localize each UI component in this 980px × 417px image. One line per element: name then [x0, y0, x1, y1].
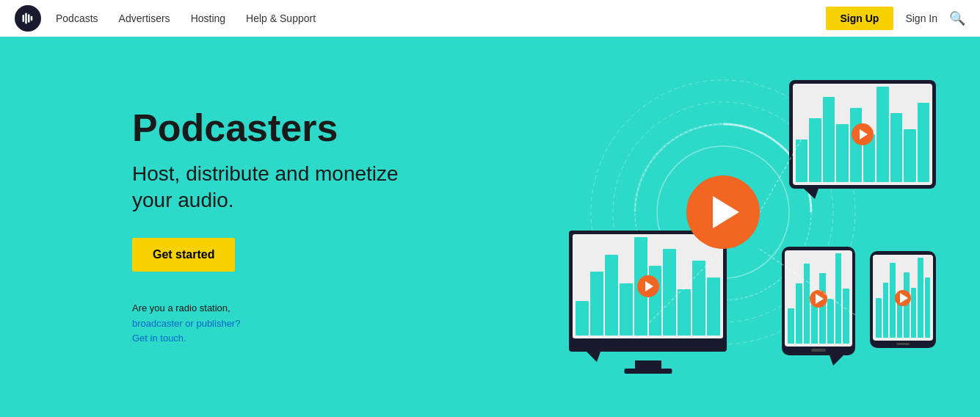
device-phone-small	[782, 247, 855, 355]
search-icon: 🔍	[949, 10, 965, 26]
nav-hosting[interactable]: Hosting	[191, 12, 225, 24]
central-play-button	[686, 175, 760, 249]
hero-text: Podcasters Host, distribute and monetize…	[132, 107, 440, 347]
get-in-touch-link[interactable]: Get in touch.	[132, 333, 186, 344]
device-monitor	[569, 231, 727, 352]
hero-title: Podcasters	[132, 107, 440, 149]
nav-advertisers[interactable]: Advertisers	[119, 12, 170, 24]
svg-rect-3	[31, 16, 33, 21]
get-started-button[interactable]: Get started	[132, 238, 235, 272]
device-phone-xs	[870, 251, 936, 348]
broadcaster-link[interactable]: broadcaster or publisher?	[132, 318, 240, 329]
hero-footer: Are you a radio station, broadcaster or …	[132, 301, 440, 347]
navbar: Podcasts Advertisers Hosting Help & Supp…	[0, 0, 980, 37]
device-tablet	[789, 80, 936, 189]
signup-button[interactable]: Sign Up	[826, 7, 894, 30]
hero-section: Podcasters Host, distribute and monetize…	[0, 37, 980, 417]
nav-help-support[interactable]: Help & Support	[246, 12, 316, 24]
search-button[interactable]: 🔍	[949, 10, 965, 26]
nav-right: Sign Up Sign In 🔍	[826, 7, 965, 30]
svg-rect-0	[23, 15, 25, 22]
hero-subtitle: Host, distribute and monetize your audio…	[132, 161, 440, 214]
logo[interactable]	[15, 5, 41, 32]
nav-podcasts[interactable]: Podcasts	[56, 12, 98, 24]
svg-rect-1	[25, 13, 27, 24]
nav-links: Podcasts Advertisers Hosting Help & Supp…	[56, 12, 826, 25]
svg-rect-2	[28, 14, 30, 23]
signin-link[interactable]: Sign In	[905, 12, 937, 24]
hero-illustration	[496, 58, 951, 396]
